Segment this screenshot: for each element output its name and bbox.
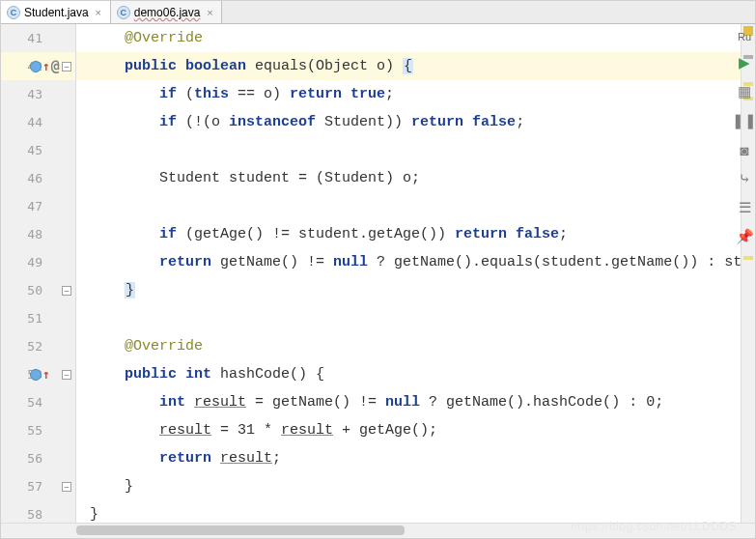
code-line[interactable]: } [76,500,741,523]
editor-window: C Student.java × C demo06.java × 4142↑@−… [0,0,756,539]
class-icon: C [117,6,130,19]
gutter-line[interactable]: 54 [1,388,75,416]
code-line[interactable]: result = 31 * result + getAge(); [76,416,741,444]
gutter-line[interactable]: 42↑@− [1,52,75,80]
gutter: 4142↑@−4344454647484950−515253↑−54555657… [1,24,76,523]
editor-main: 4142↑@−4344454647484950−515253↑−54555657… [1,24,755,523]
tab-label: demo06.java [134,6,201,19]
code-line[interactable]: if (this == o) return true; [76,80,741,108]
gutter-line[interactable]: 51 [1,304,75,332]
fold-icon[interactable]: − [62,482,71,492]
run-label: Ru [738,31,751,43]
gutter-line[interactable]: 58 [1,500,75,523]
tab-label: Student.java [24,6,89,19]
code-line[interactable] [76,304,741,332]
fold-icon[interactable]: − [62,370,71,380]
pause-icon[interactable]: ❚❚ [736,112,753,129]
scrollbar-thumb[interactable] [76,525,405,535]
pin-icon[interactable]: 📌 [736,228,753,245]
arrow-up-icon: ↑ [42,59,50,73]
code-line[interactable]: return result; [76,444,741,472]
gutter-line[interactable]: 46 [1,164,75,192]
gutter-line[interactable]: 43 [1,80,75,108]
gutter-marks: ↑@ [30,58,60,75]
gutter-line[interactable]: 47 [1,192,75,220]
gutter-line[interactable]: 52 [1,332,75,360]
gutter-line[interactable]: 45 [1,136,75,164]
right-toolbar: Ru ▶ ▦ ❚❚ ◙ ⤷ ☰ 📌 [733,23,756,245]
gutter-line[interactable]: 41 [1,24,75,52]
code-line[interactable]: int result = getName() != null ? getName… [76,388,741,416]
code-line[interactable] [76,136,741,164]
debug-icon[interactable]: ▦ [736,83,753,100]
gutter-line[interactable]: 50− [1,276,75,304]
code-line[interactable]: public boolean equals(Object o) { [76,52,741,80]
tab-bar: C Student.java × C demo06.java × [1,1,755,24]
code-line[interactable]: Student student = (Student) o; [76,164,741,192]
horizontal-scrollbar[interactable] [1,523,755,538]
code-line[interactable]: if (!(o instanceof Student)) return fals… [76,108,741,136]
tab-demo06[interactable]: C demo06.java × [111,1,223,23]
camera-icon[interactable]: ◙ [736,141,753,158]
settings-icon[interactable]: ☰ [736,199,753,216]
stripe-marker[interactable] [743,256,753,260]
close-icon[interactable]: × [93,7,104,18]
code-line[interactable]: return getName() != null ? getName().equ… [76,248,741,276]
code-line[interactable]: @Override [76,24,741,52]
tab-student[interactable]: C Student.java × [1,1,111,23]
override-icon[interactable] [30,369,42,381]
fold-icon[interactable]: − [62,62,71,71]
code-area[interactable]: @Override public boolean equals(Object o… [76,24,741,523]
close-icon[interactable]: × [204,7,215,18]
gutter-line[interactable]: 56 [1,444,75,472]
code-line[interactable]: } [76,472,741,500]
exit-icon[interactable]: ⤷ [736,170,753,187]
fold-icon[interactable]: − [62,286,71,296]
code-line[interactable]: if (getAge() != student.getAge()) return… [76,220,741,248]
gutter-line[interactable]: 53↑− [1,360,75,388]
gutter-line[interactable]: 55 [1,416,75,444]
gutter-line[interactable]: 44 [1,108,75,136]
run-icon[interactable]: ▶ [736,54,753,71]
code-line[interactable]: @Override [76,332,741,360]
gutter-marks: ↑ [30,367,50,382]
gutter-line[interactable]: 48 [1,220,75,248]
code-line[interactable]: } [76,276,741,304]
override-icon[interactable] [30,61,42,72]
gutter-line[interactable]: 57− [1,472,75,500]
arrow-up-icon: ↑ [42,367,50,382]
class-icon: C [7,6,20,19]
code-line[interactable] [76,192,741,220]
gutter-line[interactable]: 49 [1,248,75,276]
code-line[interactable]: public int hashCode() { [76,360,741,388]
at-icon: @ [51,58,60,75]
